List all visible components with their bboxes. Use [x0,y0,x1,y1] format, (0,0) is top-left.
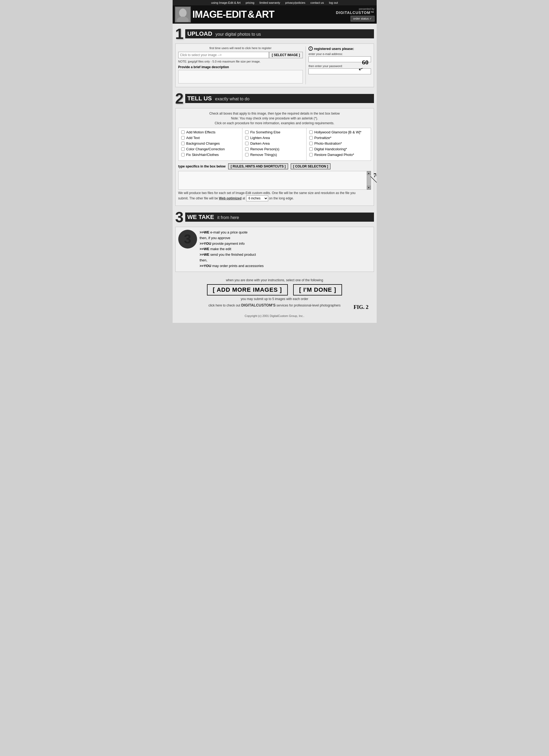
checkbox-fix-else: Fix Something Else [245,130,304,134]
specifics-textarea-wrapper: ▲ ▼ 76 [178,171,371,191]
step2-title: TELL US [187,95,212,102]
cb-portraitize[interactable] [309,136,313,140]
checkboxes-grid: Add Motion Effects Add Text Background C… [178,128,371,161]
step3-number: 3 [175,210,184,225]
image-path-input[interactable] [178,52,269,58]
cb-add-text[interactable] [181,136,185,140]
checkbox-col-1: Add Motion Effects Add Text Background C… [178,128,243,160]
avatar [175,6,191,23]
cb-remove-thing[interactable] [245,153,248,156]
step1-body: first time users will need to click here… [175,43,374,87]
step1-left: first time users will need to click here… [178,46,303,84]
step1-title-bar: UPLOAD your digital photos to us [185,29,374,38]
page-wrapper: using Image-Edit & Art pricing limited w… [173,0,377,323]
cb-darken-label[interactable]: Darken Area [250,141,269,145]
file-note: NOTE: jpeg/gif files only - 5.0 mb maxim… [178,60,303,63]
step3-step-2: >>YOU provide payment info [200,241,371,247]
upload-note: first time users will need to click here… [178,46,303,50]
step3-section: 3 WE TAKE it from here 3 >>WE e-mail you… [175,210,374,272]
cb-remove-thing-label[interactable]: Remove Thing(s) [250,153,277,157]
nav-link-logout[interactable]: log out [329,1,338,4]
step2-header: 2 TELL US exactly what to do [175,91,374,106]
cb-add-motion[interactable] [181,130,185,134]
cb-lighten-label[interactable]: Lighten Area [250,136,270,140]
presented-by: presented by [336,8,374,10]
cb-handcolor[interactable] [309,147,313,151]
step2-number: 2 [175,91,184,106]
logo-left: IMAGE-EDIT & ART [175,6,274,23]
cb-fix-else[interactable] [245,130,248,134]
cb-skin[interactable] [181,153,185,156]
dc-brand[interactable]: DIGITALCUSTOM'S [241,303,276,307]
checkbox-remove-thing: Remove Thing(s) [245,153,304,157]
nav-link-warranty[interactable]: limited warranty [259,1,280,4]
step2-section: 2 TELL US exactly what to do Check all b… [175,91,374,206]
cb-restore[interactable] [309,153,313,156]
annotation-60: 60 [362,59,369,66]
email-input[interactable] [309,56,371,62]
checkbox-handcolor: Digital Handcoloring* [309,147,368,151]
nav-link-contact[interactable]: contact us [310,1,324,4]
step3-inner: 3 >>WE e-mail you a price quote then, if… [178,230,371,269]
copyright: Copyright (c) 2001 DigitalCustom Group, … [175,314,374,320]
file-output-note: We will produce two files for each set o… [178,191,371,201]
order-status-btn[interactable]: order status ✓ [351,16,374,21]
cb-bg[interactable] [181,142,185,145]
scroll-up-btn[interactable]: ▲ [367,171,371,175]
cb-add-motion-label[interactable]: Add Motion Effects [186,130,215,134]
specifics-row: type specifics in the box below [ RULES,… [178,163,371,169]
select-image-btn[interactable]: [ SELECT IMAGE ] [269,52,303,58]
footer-actions: when you are done with your instructions… [175,276,374,312]
cb-color[interactable] [181,147,185,151]
step3-step-0: >>WE e-mail you a price quote [200,230,371,235]
specifics-textarea[interactable] [178,171,371,190]
checkbox-add-text: Add Text [181,136,240,140]
cb-hollywood[interactable] [309,130,313,134]
cb-lighten[interactable] [245,136,248,140]
step3-you-6: >>YOU [200,264,211,268]
cb-hollywood-label[interactable]: Hollywood Glamorize [B & W]* [315,130,362,134]
cb-portraitize-label[interactable]: Portraitize* [315,136,332,140]
checkbox-col-3: Hollywood Glamorize [B & W]* Portraitize… [307,128,371,160]
desc-textarea[interactable] [178,70,303,83]
size-select[interactable]: 4 inches 5 inches 6 inches 8 inches 10 i… [246,195,268,201]
cb-color-label[interactable]: Color Change/Correction [186,147,225,151]
cb-darken[interactable] [245,142,248,145]
step3-step-1: then, if you approve [200,235,371,241]
cb-remove-person[interactable] [245,147,248,151]
main-content: 1 UPLOAD your digital photos to us first… [173,24,377,323]
checkbox-restore: Restore Damaged Photo* [309,153,368,157]
add-more-images-btn[interactable]: [ ADD MORE IMAGES ] [207,284,288,295]
specifics-label: type specifics in the box below [178,165,226,168]
svg-point-0 [179,9,186,17]
submit-note: you may submit up to 5 images with each … [178,297,371,301]
file-note-1: We will produce two files for each set o… [178,191,356,195]
checkbox-remove-person: Remove Person(s) [245,147,304,151]
rules-btn[interactable]: [ RULES, HINTS AND SHORTCUTS ] [228,163,288,169]
nav-link-using[interactable]: using Image-Edit & Art [211,1,240,4]
step3-title: WE TAKE [187,214,214,220]
checkbox-skin: Fix Skin/Hair/Clothes [181,153,240,157]
step2-body: Check all boxes that apply to this image… [175,108,374,206]
color-btn[interactable]: [ COLOR SELECTION ] [291,163,331,169]
cb-bg-label[interactable]: Background Changes [186,141,220,145]
cb-handcolor-label[interactable]: Digital Handcoloring* [315,147,347,151]
cb-photo-illus[interactable] [309,142,313,145]
scroll-down-btn[interactable]: ▼ [367,186,371,189]
file-note-4: on the long edge. [269,196,294,200]
dc-click-text: click here to check out [208,304,240,307]
nav-link-pricing[interactable]: pricing [245,1,254,4]
cb-add-text-label[interactable]: Add Text [186,136,200,140]
nav-link-privacy[interactable]: privacy/policies [286,1,306,4]
cb-skin-label[interactable]: Fix Skin/Hair/Clothes [186,153,219,157]
im-done-btn[interactable]: [ I'M DONE ] [293,284,342,295]
step3-left: 3 [178,230,197,249]
checkbox-darken: Darken Area [245,141,304,145]
cb-remove-person-label[interactable]: Remove Person(s) [250,147,279,151]
cb-fix-else-label[interactable]: Fix Something Else [250,130,280,134]
step3-header: 3 WE TAKE it from here [175,210,374,225]
cb-photo-illus-label[interactable]: Photo-Illustration* [315,141,342,145]
step3-text: >>WE e-mail you a price quote then, if y… [200,230,371,269]
cb-restore-label[interactable]: Restore Damaged Photo* [315,153,354,157]
registered-text: registered users please: [314,47,354,51]
